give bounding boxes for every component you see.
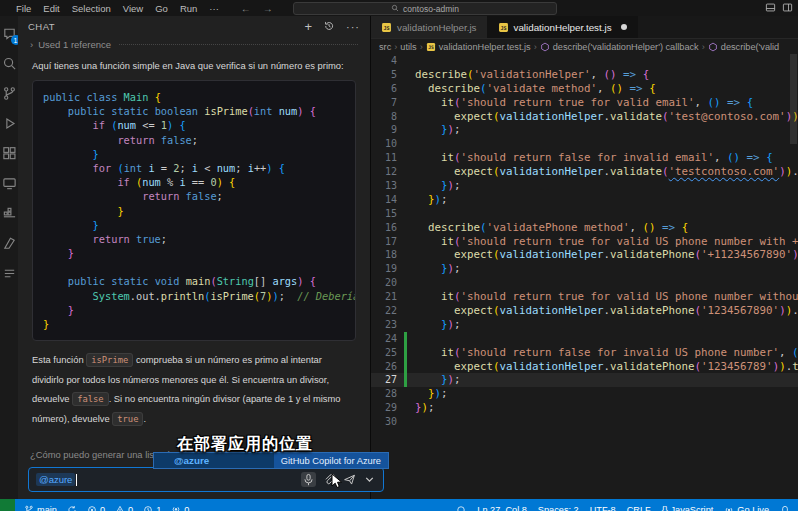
cursor-position[interactable]: Ln 27, Col 8 [477,505,527,511]
editor-code-line[interactable]: 19 }); [371,262,798,276]
editor-code-line[interactable]: 16 describe('validatePhone method', () =… [371,221,798,235]
editor-code-line[interactable]: 17 it('should return true for valid US p… [371,235,798,249]
svg-text:JS: JS [383,24,389,30]
line-number: 21 [371,290,397,304]
editor-code-line[interactable]: 22 expect(validationHelper.validatePhone… [371,304,798,318]
extensions-icon[interactable] [2,146,17,161]
code-editor[interactable]: 45describe('validationHelper', () => {6 … [371,54,798,499]
editor-code-line[interactable]: 30 [371,415,798,429]
circle-icon [456,505,466,511]
menu-go[interactable]: Go [149,3,174,14]
editor-code-line[interactable]: 24 [371,332,798,346]
editor-code-line[interactable]: 26 expect(validationHelper.validatePhone… [371,360,798,374]
chat-code-line: return false; [43,133,345,147]
used-references-toggle[interactable]: › Used 1 reference [30,37,358,52]
status-bar: main0010 Ln 27, Col 8Spaces: 2UTF-8CRLF{… [0,499,798,511]
command-center-search[interactable]: contoso-admin [293,2,557,15]
suggestion-command[interactable]: @azure [174,455,209,466]
line-number: 26 [371,360,397,374]
editor-code-line[interactable]: 14 }); [371,193,798,207]
docker-icon[interactable] [2,206,17,221]
editor-code-line[interactable]: 11 it('should return false for invalid e… [371,151,798,165]
source-control-icon[interactable] [2,86,17,101]
js-file-icon: JS [381,22,392,33]
microphone-button[interactable] [301,472,316,487]
nav-back-button[interactable]: ← [241,3,251,14]
editor-code-line[interactable]: 18 expect(validationHelper.validatePhone… [371,248,798,262]
editor-code-line[interactable]: 10 [371,137,798,151]
customize-layout-icon[interactable] [782,2,793,15]
notifications[interactable] [780,505,790,511]
chat-code-line: if (num <= 1) { [43,118,345,132]
copilot-chat-icon[interactable]: 1 [2,26,17,41]
editor-code-line[interactable]: 13 }); [371,179,798,193]
editor-code-line[interactable]: 12 expect(validationHelper.validate('tes… [371,165,798,179]
remote-icon[interactable] [2,176,17,191]
send-options-chevron-icon[interactable] [363,473,376,486]
chat-history-icon[interactable] [323,18,335,36]
editor-code-line[interactable]: 28 }); [371,387,798,401]
menu-edit[interactable]: Edit [37,3,65,14]
editor-code-line[interactable]: 21 it('should return true for valid US p… [371,290,798,304]
menu-[interactable]: ··· [203,3,225,14]
nav-forward-button[interactable]: → [263,3,273,14]
editor-code-line[interactable]: 27 }); [371,373,798,387]
editor-scrollbar[interactable] [790,54,797,144]
language-mode[interactable]: {} JavaScript [662,505,714,511]
line-number: 20 [371,276,397,290]
chat-assistant-message: Aquí tienes una función simple en Java q… [18,52,370,72]
branch-indicator[interactable]: main [24,505,57,511]
editor-code-line[interactable]: 23 }); [371,318,798,332]
run-debug-icon[interactable] [2,116,17,131]
indentation[interactable]: Spaces: 2 [538,505,579,511]
chat-input-value[interactable]: @azure [36,473,75,486]
warnings-count[interactable]: 0 [115,505,133,511]
svg-text:JS: JS [428,45,434,50]
sync-button[interactable] [67,505,77,511]
svg-text:JS: JS [500,24,506,30]
symbol-method-icon [708,42,718,52]
editor-code-line[interactable]: 6 describe('validate method', () => { [371,82,798,96]
send-button[interactable] [343,473,356,486]
menu-selection[interactable]: Selection [66,3,117,14]
toggle-panel-icon[interactable] [765,2,776,15]
editor-code-line[interactable]: 25 it('should return false for invalid U… [371,346,798,360]
pending-count[interactable]: 1 [143,505,161,511]
editor-code-line[interactable]: 9 }); [371,123,798,137]
copilot-status[interactable] [456,505,466,511]
tab-validationHelper.test.js[interactable]: JSvalidationHelper.test.js [488,16,638,38]
breadcrumb-item[interactable]: JSvalidationHelper.test.js [426,42,531,52]
editor-code-line[interactable]: 29}); [371,401,798,415]
errors-count[interactable]: 0 [87,505,105,511]
breadcrumb: src›utils›JSvalidationHelper.test.js›des… [371,39,798,55]
chat-code-line: System.out.println(isPrime(7)); // Deber… [43,289,345,303]
chat-code-line: public class Main { [43,90,345,104]
encoding[interactable]: UTF-8 [590,505,616,511]
tab-validationHelper.js[interactable]: JSvalidationHelper.js [371,16,488,38]
editor-code-line[interactable]: 8 expect(validationHelper.validate('test… [371,110,798,124]
eol[interactable]: CRLF [627,505,651,511]
menu-bar: FileEditSelectionViewGoRun··· [0,3,225,14]
breadcrumb-item[interactable]: describe('validationHelper') callback [540,42,699,52]
breadcrumb-item[interactable]: src [379,42,391,52]
menu-view[interactable]: View [117,3,149,14]
remote-indicator[interactable] [0,499,15,511]
breadcrumb-item[interactable]: utils [400,42,416,52]
menu-file[interactable]: File [10,3,37,14]
editor-code-line[interactable]: 7 it('should return true for valid email… [371,96,798,110]
ports-icon[interactable] [2,266,17,281]
new-chat-button[interactable]: + [304,22,312,32]
ports-count[interactable]: 0 [171,505,189,511]
line-number: 14 [371,193,397,207]
azure-icon[interactable] [2,236,17,251]
editor-code-line[interactable]: 5describe('validationHelper', () => { [371,68,798,82]
chat-more-actions-button[interactable]: ··· [346,21,360,33]
menu-run[interactable]: Run [174,3,203,14]
editor-code-line[interactable]: 4 [371,54,798,68]
breadcrumb-item[interactable]: describe('valid [708,42,779,52]
go-live[interactable]: Go Live [724,505,769,511]
editor-code-line[interactable]: 15 [371,207,798,221]
search-icon[interactable] [2,56,17,71]
editor-code-line[interactable]: 20 [371,276,798,290]
line-number: 4 [371,54,397,68]
